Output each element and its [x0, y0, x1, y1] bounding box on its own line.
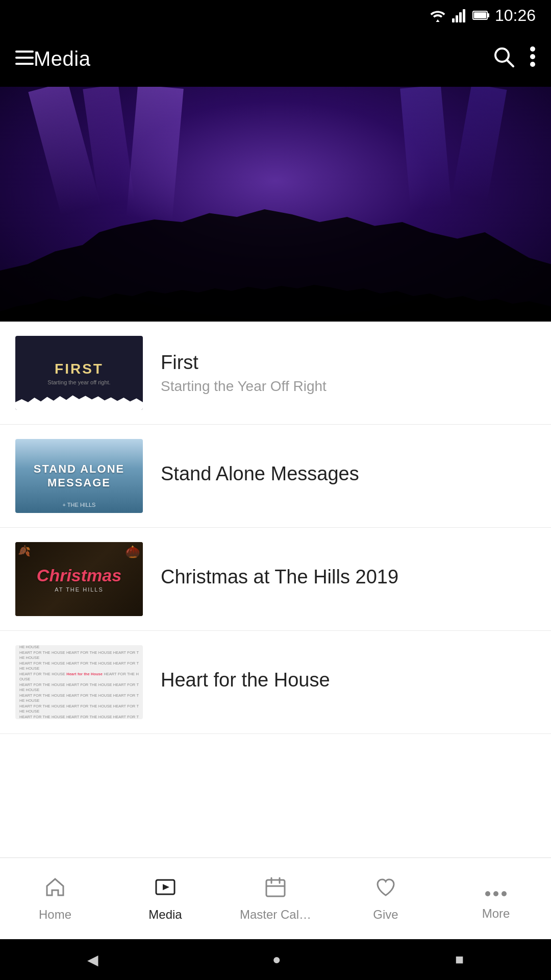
media-thumb-stand-alone: STAND ALONEMESSAGE + THE HILLS — [15, 439, 143, 513]
status-icons: 10:26 — [429, 6, 536, 25]
app-bar-left: Media — [15, 47, 90, 70]
svg-rect-5 — [487, 13, 489, 17]
app-bar-right — [493, 46, 536, 72]
svg-point-21 — [485, 891, 490, 896]
search-button[interactable] — [493, 46, 514, 72]
nav-label-more: More — [482, 906, 510, 921]
media-icon — [154, 876, 177, 903]
media-info-christmas: Christmas at The Hills 2019 — [161, 566, 536, 593]
media-title-heart: Heart for the House — [161, 669, 536, 692]
home-icon — [44, 876, 66, 903]
thumb-stand-title: STAND ALONEMESSAGE — [34, 462, 124, 489]
media-thumb-christmas: 🍂 🌰 Christmas AT THE HILLS — [15, 542, 143, 616]
more-button[interactable] — [530, 46, 536, 72]
app-bar: Media — [0, 31, 551, 87]
list-item[interactable]: STAND ALONEMESSAGE + THE HILLS Stand Alo… — [0, 425, 551, 528]
battery-icon — [472, 10, 490, 21]
thumb-first-label: FIRST — [47, 361, 110, 377]
status-time: 10:26 — [495, 6, 536, 25]
media-title-stand-alone: Stand Alone Messages — [161, 462, 536, 486]
media-info-first: First Starting the Year Off Right — [161, 351, 536, 395]
nav-item-home[interactable]: Home — [0, 858, 110, 939]
media-list: FIRST Starting the year off right. First… — [0, 322, 551, 734]
media-thumb-first: FIRST Starting the year off right. — [15, 336, 143, 410]
calendar-icon — [264, 876, 287, 903]
app-bar-title: Media — [34, 47, 90, 70]
nav-item-master-cal[interactable]: Master Cal… — [220, 858, 331, 939]
svg-point-23 — [502, 891, 507, 896]
svg-point-22 — [493, 891, 498, 896]
media-info-stand-alone: Stand Alone Messages — [161, 462, 536, 490]
give-heart-icon — [374, 876, 397, 903]
nav-label-home: Home — [39, 908, 71, 922]
list-item[interactable]: HEART FOR THE HOUSE HEART FOR THE HOUSE … — [0, 631, 551, 734]
media-info-heart: Heart for the House — [161, 669, 536, 696]
svg-point-14 — [530, 62, 535, 67]
christmas-subtitle-label: AT THE HILLS — [37, 586, 121, 593]
media-title-christmas: Christmas at The Hills 2019 — [161, 566, 536, 589]
svg-rect-6 — [474, 12, 486, 18]
list-item[interactable]: 🍂 🌰 Christmas AT THE HILLS Christmas at … — [0, 528, 551, 631]
menu-button[interactable] — [15, 48, 34, 69]
media-subtitle-first: Starting the Year Off Right — [161, 378, 536, 395]
bottom-nav: Home Media Master Cal… — [0, 857, 551, 939]
pinecone-left-icon: 🍂 — [18, 545, 31, 557]
more-dots-icon — [485, 877, 507, 902]
pinecone-right-icon: 🌰 — [125, 545, 140, 559]
svg-rect-0 — [452, 18, 455, 22]
media-title-first: First — [161, 351, 536, 375]
status-bar: 10:26 — [0, 0, 551, 31]
list-item[interactable]: FIRST Starting the year off right. First… — [0, 322, 551, 425]
svg-rect-1 — [456, 15, 458, 22]
hero-image — [0, 87, 551, 322]
recent-apps-button[interactable]: ■ — [455, 951, 464, 968]
svg-rect-9 — [15, 63, 34, 65]
svg-rect-17 — [266, 880, 285, 896]
christmas-script-label: Christmas — [37, 566, 121, 585]
back-button[interactable]: ◀ — [87, 951, 98, 968]
nav-item-media[interactable]: Media — [110, 858, 220, 939]
thumb-heart-text: HEART FOR THE HOUSE HEART FOR THE HOUSE … — [19, 645, 139, 719]
thumb-stand-logo: + THE HILLS — [63, 502, 96, 508]
nav-label-master-cal: Master Cal… — [240, 908, 311, 922]
svg-line-11 — [507, 60, 513, 66]
media-thumb-heart: HEART FOR THE HOUSE HEART FOR THE HOUSE … — [15, 645, 143, 719]
home-button[interactable]: ● — [272, 951, 281, 968]
nav-label-give: Give — [373, 908, 398, 922]
svg-rect-7 — [15, 51, 34, 53]
nav-item-give[interactable]: Give — [331, 858, 441, 939]
svg-point-13 — [530, 54, 535, 59]
svg-rect-2 — [459, 12, 462, 22]
svg-marker-16 — [163, 884, 169, 890]
wifi-icon — [429, 8, 447, 22]
nav-label-media: Media — [148, 908, 182, 922]
nav-item-more[interactable]: More — [441, 858, 551, 939]
thumb-first-sub: Starting the year off right. — [47, 379, 110, 385]
android-nav: ◀ ● ■ — [0, 939, 551, 980]
svg-point-12 — [530, 46, 535, 52]
svg-rect-8 — [15, 57, 34, 59]
signal-icon — [452, 8, 467, 22]
svg-rect-3 — [463, 9, 465, 22]
